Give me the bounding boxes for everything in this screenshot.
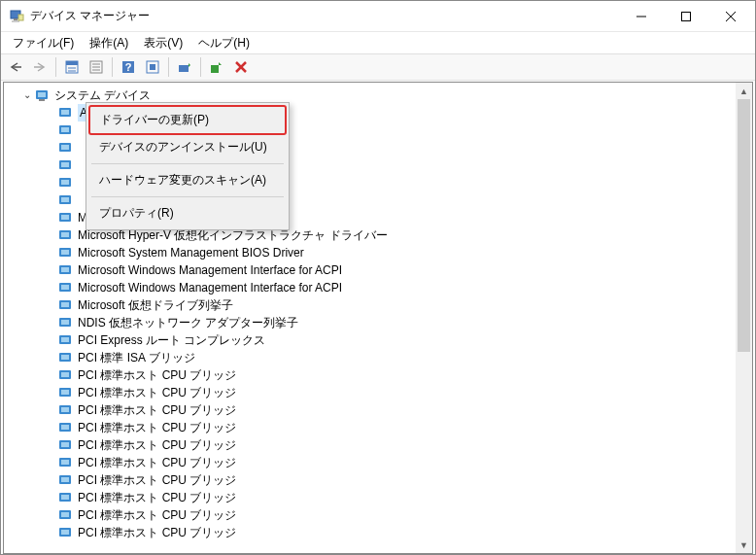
update-driver-button[interactable] — [174, 56, 195, 78]
tree-item[interactable]: PCI 標準ホスト CPU ブリッジ — [58, 506, 752, 524]
svg-rect-70 — [61, 460, 69, 465]
svg-rect-22 — [179, 65, 189, 72]
device-icon — [58, 333, 74, 347]
svg-rect-64 — [61, 407, 69, 412]
tree-item[interactable]: Microsoft 仮想ドライブ列挙子 — [58, 296, 752, 314]
device-icon — [58, 263, 74, 277]
tree-item[interactable]: PCI 標準ホスト CPU ブリッジ — [58, 401, 752, 419]
close-button[interactable] — [708, 2, 753, 31]
uninstall-button[interactable] — [206, 56, 227, 78]
device-icon — [58, 281, 74, 295]
svg-rect-38 — [61, 180, 69, 185]
app-icon — [9, 9, 24, 24]
context-menu-scan[interactable]: ハードウェア変更のスキャン(A) — [89, 167, 286, 193]
device-icon — [58, 123, 74, 137]
show-hidden-button[interactable] — [61, 56, 83, 78]
device-icon — [58, 298, 74, 312]
disable-button[interactable] — [230, 56, 252, 78]
window-controls — [619, 2, 753, 31]
tree-item[interactable]: PCI 標準ホスト CPU ブリッジ — [58, 489, 752, 506]
tree-item-label: PCI 標準ホスト CPU ブリッジ — [78, 506, 236, 524]
tree-item-label: PCI 標準ホスト CPU ブリッジ — [78, 384, 236, 401]
tree-item[interactable]: Microsoft System Management BIOS Driver — [58, 244, 752, 261]
back-button[interactable] — [5, 56, 26, 78]
minimize-button[interactable] — [619, 2, 664, 31]
device-icon — [58, 106, 74, 120]
tree-item[interactable]: PCI 標準ホスト CPU ブリッジ — [58, 366, 752, 384]
tree-item[interactable]: PCI Express ルート コンプレックス — [58, 331, 752, 349]
forward-button[interactable] — [29, 56, 51, 78]
svg-rect-74 — [61, 495, 69, 500]
svg-rect-56 — [61, 337, 69, 342]
tree-item-label: PCI 標準ホスト CPU ブリッジ — [78, 401, 236, 419]
svg-rect-23 — [211, 65, 219, 73]
device-icon — [58, 491, 74, 504]
tree-item[interactable]: Microsoft Windows Management Interface f… — [58, 261, 752, 279]
device-icon — [58, 526, 74, 539]
tree-item[interactable]: PCI 標準ホスト CPU ブリッジ — [58, 384, 752, 401]
menu-help[interactable]: ヘルプ(H) — [190, 33, 258, 53]
tree-item-label: PCI 標準ホスト CPU ブリッジ — [78, 436, 236, 454]
tree-item[interactable]: PCI 標準ホスト CPU ブリッジ — [58, 471, 752, 489]
tree-item[interactable]: PCI 標準 ISA ブリッジ — [58, 349, 752, 366]
tree-item-label: PCI 標準ホスト CPU ブリッジ — [78, 471, 236, 489]
help-button[interactable]: ? — [118, 56, 139, 78]
scroll-up-button[interactable]: ▲ — [736, 83, 752, 99]
tree-item-label: Microsoft Windows Management Interface f… — [78, 279, 342, 296]
device-icon — [58, 246, 74, 260]
maximize-button[interactable] — [664, 2, 708, 31]
svg-rect-11 — [66, 61, 78, 65]
svg-rect-27 — [38, 92, 46, 97]
svg-rect-30 — [61, 110, 69, 115]
properties-button[interactable] — [86, 56, 107, 78]
svg-rect-46 — [61, 250, 69, 255]
device-icon — [58, 211, 74, 225]
svg-rect-60 — [61, 372, 69, 377]
collapse-icon[interactable]: ⌄ — [23, 87, 35, 104]
menu-file[interactable]: ファイル(F) — [5, 33, 82, 53]
tree-item-label: PCI 標準ホスト CPU ブリッジ — [78, 366, 236, 384]
context-menu-update-driver[interactable]: ドライバーの更新(P) — [88, 105, 287, 135]
tree-item[interactable]: Microsoft Windows Management Interface f… — [58, 279, 752, 296]
tree-item-label: PCI 標準ホスト CPU ブリッジ — [78, 454, 236, 471]
tree-item[interactable]: PCI 標準ホスト CPU ブリッジ — [58, 436, 752, 454]
scrollbar-track[interactable] — [736, 99, 752, 537]
svg-rect-52 — [61, 302, 69, 307]
toolbar-separator — [55, 57, 56, 77]
titlebar: デバイス マネージャー — [1, 1, 755, 32]
device-icon — [58, 158, 74, 172]
svg-rect-54 — [61, 320, 69, 325]
tree-item[interactable]: NDIS 仮想ネットワーク アダプター列挙子 — [58, 314, 752, 331]
scroll-down-button[interactable]: ▼ — [736, 537, 752, 553]
device-icon — [58, 456, 74, 469]
tree-item[interactable]: PCI 標準ホスト CPU ブリッジ — [58, 524, 752, 541]
svg-rect-3 — [18, 15, 23, 20]
scrollbar-thumb[interactable] — [738, 99, 750, 352]
svg-rect-58 — [61, 355, 69, 360]
tree-item-label: Microsoft Windows Management Interface f… — [78, 261, 342, 279]
toolbar-separator — [168, 57, 169, 77]
device-icon — [58, 473, 74, 487]
device-icon — [58, 316, 74, 330]
svg-rect-78 — [61, 530, 69, 535]
svg-rect-28 — [39, 99, 45, 101]
svg-rect-68 — [61, 442, 69, 447]
content-area: ⌄ システム デバイス ACPI Fixed Feature ボタン Micro… — [3, 82, 753, 554]
menubar: ファイル(F) 操作(A) 表示(V) ヘルプ(H) — [1, 32, 755, 53]
vertical-scrollbar[interactable]: ▲ ▼ — [736, 83, 752, 553]
menu-action[interactable]: 操作(A) — [82, 33, 136, 53]
svg-text:?: ? — [125, 61, 132, 73]
scan-hardware-button[interactable] — [142, 56, 163, 78]
tree-item[interactable]: PCI 標準ホスト CPU ブリッジ — [58, 454, 752, 471]
system-devices-icon — [35, 87, 51, 103]
tree-item[interactable]: PCI 標準ホスト CPU ブリッジ — [58, 419, 752, 436]
svg-rect-21 — [150, 64, 155, 70]
context-menu-uninstall[interactable]: デバイスのアンインストール(U) — [89, 134, 286, 160]
context-menu-properties[interactable]: プロパティ(R) — [89, 200, 286, 226]
menu-view[interactable]: 表示(V) — [136, 33, 190, 53]
device-icon — [58, 193, 74, 207]
toolbar: ? — [1, 53, 755, 81]
svg-rect-62 — [61, 390, 69, 395]
tree-item-label: PCI 標準ホスト CPU ブリッジ — [78, 419, 236, 436]
svg-rect-76 — [61, 512, 69, 517]
